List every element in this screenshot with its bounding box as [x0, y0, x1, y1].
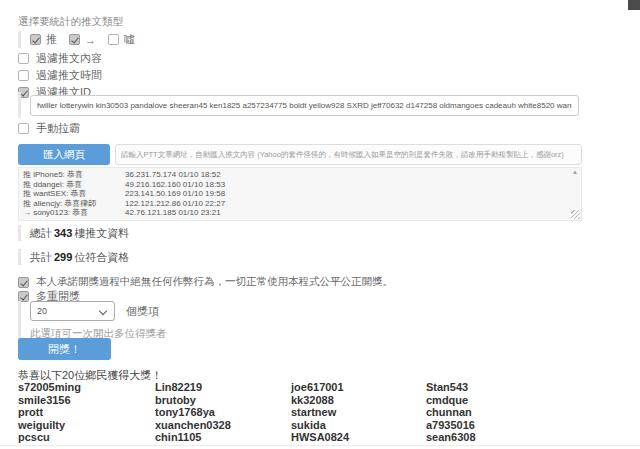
- push-type-option[interactable]: →: [69, 34, 96, 46]
- push-row-ip-time: 36.231.75.174 01/10 18:52: [125, 170, 221, 180]
- id-filter-input[interactable]: [30, 95, 579, 116]
- ptt-url-input[interactable]: [115, 144, 582, 165]
- winner-name: a7935016: [426, 419, 568, 432]
- total-suffix: 樓推文資料: [74, 227, 129, 239]
- winner-name: Stan543: [426, 381, 568, 394]
- winner-name: pcscu: [18, 431, 155, 444]
- checkbox-icon[interactable]: [18, 53, 29, 64]
- winner-name: cmdque: [426, 394, 568, 407]
- push-row: 推 wantSEX: 恭喜 223.141.50.169 01/10 19:58: [19, 189, 581, 199]
- id-filter-wrap: [18, 92, 579, 118]
- push-row-ip-time: 122.121.212.86 01/10 22:27: [125, 199, 225, 209]
- qualified-prefix: 共計: [30, 251, 52, 263]
- total-push-stat: 總計343樓推文資料: [18, 225, 129, 241]
- filter-label: 過濾推文時間: [36, 68, 102, 83]
- push-row-ip-time: 42.76.121.185 01/10 23:21: [125, 208, 221, 218]
- checkbox-icon[interactable]: [18, 291, 29, 302]
- winner-name: Lin82219: [155, 381, 291, 394]
- winner-name: tony1768ya: [155, 406, 291, 419]
- winner-name: sean6308: [426, 431, 568, 444]
- push-row-ip-time: 49.216.162.160 01/10 18:53: [125, 180, 225, 190]
- checkbox-icon[interactable]: [69, 34, 80, 45]
- winner-name: chin1105: [155, 431, 291, 444]
- push-row: 推 ddangel: 恭喜 49.216.162.160 01/10 18:53: [19, 180, 581, 190]
- push-row-text: 推 iPhone5: 恭喜: [23, 170, 83, 179]
- push-type-section-title: 選擇要統計的推文類型: [18, 15, 123, 29]
- chevron-down-icon: [99, 307, 107, 315]
- qualified-suffix: 位符合資格: [74, 251, 129, 263]
- winners-grid: s72005ming Lin82219 joe617001 Stan543 sm…: [18, 381, 568, 444]
- fairness-promise-option[interactable]: 本人承諾開獎過程中絕無任何作弊行為，一切正常使用本程式公平公正開獎。: [18, 276, 393, 288]
- winner-name: startnew: [291, 406, 426, 419]
- prize-count-block: 20 個獎項 此選項可一次開出多位得獎者: [18, 301, 330, 341]
- winner-name: sukida: [291, 419, 426, 432]
- push-type-option[interactable]: 噓: [108, 32, 135, 47]
- winner-name: HWSA0824: [291, 431, 426, 444]
- push-row: 推 iPhone5: 恭喜 36.231.75.174 01/10 18:52: [19, 170, 581, 180]
- manual-slot-option[interactable]: 手動拉霸: [18, 122, 80, 134]
- push-type-label: →: [85, 34, 96, 46]
- prize-count-select[interactable]: 20: [30, 301, 115, 321]
- qualified-count: 299: [54, 251, 72, 263]
- winner-name: kk32088: [291, 394, 426, 407]
- checkbox-icon[interactable]: [30, 34, 41, 45]
- checkbox-icon[interactable]: [18, 70, 29, 81]
- filter-option[interactable]: 過濾推文時間: [18, 69, 102, 81]
- winner-name: xuanchen0328: [155, 419, 291, 432]
- push-type-checkbox-row: 推 → 噓: [18, 31, 135, 48]
- push-type-label: 推: [46, 32, 57, 47]
- push-rows: 推 iPhone5: 恭喜 36.231.75.174 01/10 18:52 …: [19, 168, 581, 218]
- bottom-divider: [0, 445, 640, 446]
- prize-count-value: 20: [37, 306, 47, 316]
- import-webpage-button[interactable]: 匯入網頁: [18, 144, 110, 165]
- push-row-text: 推 aliencjy: 恭喜律師: [23, 199, 96, 208]
- qualified-stat: 共計299位符合資格: [18, 249, 129, 265]
- push-row-text: 推 ddangel: 恭喜: [23, 180, 82, 189]
- total-prefix: 總計: [30, 227, 52, 239]
- checkbox-icon[interactable]: [18, 277, 29, 288]
- winner-name: brutoby: [155, 394, 291, 407]
- push-row-text: → sony0123: 恭喜: [23, 208, 88, 217]
- winner-name: s72005ming: [18, 381, 155, 394]
- window-corner: [628, 0, 640, 10]
- winner-name: joe617001: [291, 381, 426, 394]
- manual-slot-label: 手動拉霸: [36, 121, 80, 136]
- push-type-option[interactable]: 推: [30, 32, 57, 47]
- filter-label: 過濾推文內容: [36, 51, 102, 66]
- push-type-label: 噓: [124, 32, 135, 47]
- filter-option[interactable]: 過濾推文內容: [18, 52, 102, 64]
- prize-unit-label: 個獎項: [126, 304, 159, 319]
- ptt-lottery-page: 選擇要統計的推文類型 推 → 噓 過濾推文內容: [0, 0, 640, 449]
- resize-grip-icon[interactable]: [571, 210, 580, 219]
- push-row: 推 aliencjy: 恭喜律師 122.121.212.86 01/10 22…: [19, 199, 581, 209]
- push-row-ip-time: 223.141.50.169 01/10 19:58: [125, 189, 225, 199]
- push-row-text: 推 wantSEX: 恭喜: [23, 189, 87, 198]
- winner-name: weiguilty: [18, 419, 155, 432]
- winner-name: chunnan: [426, 406, 568, 419]
- winner-name: smile3156: [18, 394, 155, 407]
- total-count: 343: [54, 227, 72, 239]
- draw-button[interactable]: 開獎！: [18, 338, 111, 360]
- checkbox-icon[interactable]: [18, 123, 29, 134]
- checkbox-icon[interactable]: [108, 34, 119, 45]
- push-row: → sony0123: 恭喜 42.76.121.185 01/10 23:21: [19, 208, 581, 218]
- winner-name: prott: [18, 406, 155, 419]
- push-content-textarea[interactable]: 推 iPhone5: 恭喜 36.231.75.174 01/10 18:52 …: [18, 167, 582, 221]
- fairness-promise-label: 本人承諾開獎過程中絕無任何作弊行為，一切正常使用本程式公平公正開獎。: [36, 275, 393, 289]
- scroll-up-icon[interactable]: ▲: [569, 168, 581, 176]
